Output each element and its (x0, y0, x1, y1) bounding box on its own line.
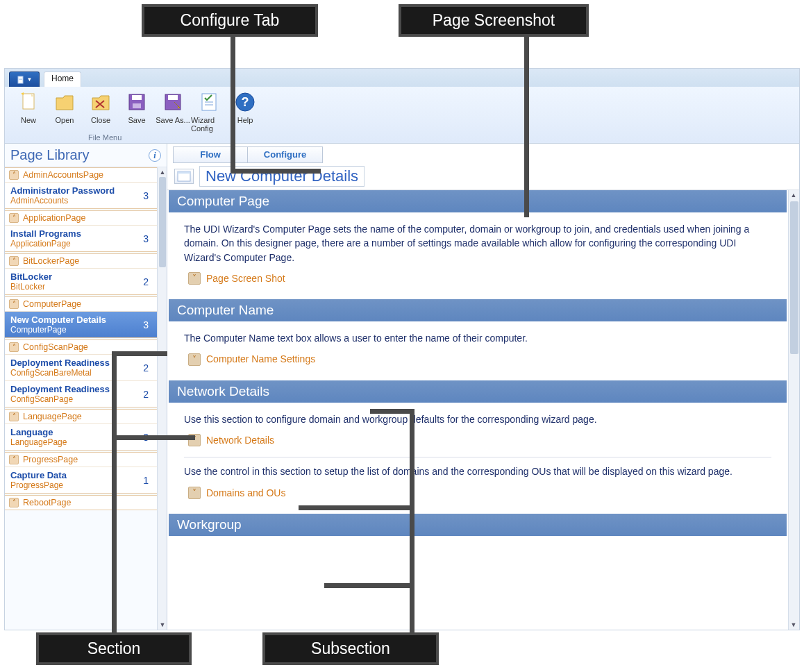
callout-configure-tab: Configure Tab (142, 4, 318, 37)
callout-line (370, 409, 412, 414)
section-body: The Computer Name text box allows a user… (169, 321, 787, 380)
pl-group-header[interactable]: ˄ProgressPage (5, 453, 157, 467)
ribbon-new-button[interactable]: New (10, 90, 47, 124)
ribbon-tab-home[interactable]: Home (44, 72, 81, 87)
ribbon-open-button[interactable]: Open (47, 90, 83, 124)
ribbon-saveas-button[interactable]: Save As... (155, 90, 191, 124)
pl-group: ˄ConfigScanPageDeployment ReadinessConfi… (5, 339, 157, 408)
page-library-title: Page Library (10, 147, 89, 163)
pl-item-title: BitLocker (10, 271, 52, 282)
pl-group-header[interactable]: ˄AdminAccountsPage (5, 168, 157, 182)
file-menu-button[interactable]: ▼ (9, 72, 40, 87)
svg-rect-19 (178, 171, 190, 174)
collapse-caret-icon[interactable]: ˄ (9, 498, 19, 507)
expand-caret-icon[interactable]: ˅ (188, 272, 201, 285)
pl-item[interactable]: Capture DataProgressPage1 (5, 467, 157, 493)
collapse-caret-icon[interactable]: ˄ (9, 455, 19, 464)
pl-item-count: 2 (143, 389, 151, 400)
subsection-toggle[interactable]: ˅Domains and OUs (188, 486, 771, 500)
wizard-config-icon (198, 91, 220, 113)
new-file-icon (17, 91, 40, 113)
ribbon-wizard-config-button[interactable]: Wizard Config (191, 90, 227, 133)
ribbon-titlebar: ▼ Home (5, 69, 799, 87)
callout-line (410, 409, 414, 633)
pl-item-subtitle: ConfigScanBareMetal (10, 368, 110, 378)
page-library-header: Page Library i (5, 144, 167, 167)
callout-page-screenshot: Page Screenshot (399, 4, 589, 37)
pl-group-header[interactable]: ˄ComputerPage (5, 297, 157, 311)
expand-caret-icon[interactable]: ˅ (188, 353, 201, 366)
section-header: Computer Page (169, 190, 787, 212)
subsection-toggle[interactable]: ˅Computer Name Settings (188, 352, 771, 366)
ribbon-label: Close (91, 116, 110, 124)
content-tabs: Flow Configure (167, 144, 799, 163)
collapse-caret-icon[interactable]: ˄ (9, 170, 19, 180)
collapse-caret-icon[interactable]: ˄ (9, 299, 19, 309)
section-header: Network Details (169, 380, 787, 403)
pl-group: ˄ProgressPageCapture DataProgressPage1 (5, 452, 157, 494)
scrollbar[interactable]: ▲ ▼ (788, 190, 799, 630)
document-icon (17, 76, 25, 84)
pl-group-name: LanguagePage (23, 412, 82, 421)
pl-group-header[interactable]: ˄RebootPage (5, 496, 157, 510)
collapse-caret-icon[interactable]: ˄ (9, 256, 19, 266)
help-icon: ? (234, 91, 256, 113)
pl-item-count: 3 (143, 190, 151, 201)
scroll-thumb[interactable] (790, 201, 798, 354)
scrollbar[interactable]: ▲ ▼ (157, 167, 167, 630)
collapse-caret-icon[interactable]: ˄ (9, 342, 19, 352)
subsection-toggle[interactable]: ˅Network Details (188, 433, 771, 447)
pl-group-header[interactable]: ˄LanguagePage (5, 410, 157, 423)
ribbon-body: New Open Close Save Save As... Wizard Co… (5, 87, 799, 144)
pl-group-name: ComputerPage (23, 299, 81, 309)
page-title-bar: New Computer Details (167, 163, 799, 190)
page-thumbnail-icon (174, 169, 194, 184)
content-scroll: Computer PageThe UDI Wizard's Computer P… (169, 190, 799, 630)
svg-marker-5 (21, 92, 24, 95)
pl-item[interactable]: Deployment ReadinessConfigScanBareMetal2 (5, 354, 157, 380)
section-description: Use the control in this section to setup… (184, 464, 771, 478)
pl-item-count: 1 (143, 475, 151, 486)
tab-configure[interactable]: Configure (248, 146, 323, 163)
ribbon-label: Save As... (156, 116, 190, 124)
callout-line (231, 169, 321, 174)
ribbon-close-button[interactable]: Close (83, 90, 119, 124)
callout-section: Section (36, 632, 192, 665)
pl-item-title: Deployment Readiness (10, 358, 110, 368)
tab-flow[interactable]: Flow (173, 146, 248, 163)
scroll-up-icon[interactable]: ▲ (789, 190, 798, 200)
section-body: The UDI Wizard's Computer Page sets the … (169, 212, 787, 299)
scroll-thumb[interactable] (159, 177, 166, 267)
subsection-toggle[interactable]: ˅Page Screen Shot (188, 271, 771, 285)
ribbon-group-label: File Menu (88, 133, 122, 142)
app-window: ▼ Home New Open Close Save Save As... Wi… (4, 68, 800, 630)
close-folder-icon (90, 91, 112, 113)
content-panel: Flow Configure New Computer Details Comp… (167, 144, 799, 630)
pl-group-header[interactable]: ˄BitLockerPage (5, 254, 157, 268)
callout-line (231, 35, 235, 174)
pl-item[interactable]: Deployment ReadinessConfigScanPage2 (5, 380, 157, 407)
page-library-scroll: ˄AdminAccountsPageAdministrator Password… (5, 167, 167, 630)
info-icon[interactable]: i (149, 149, 161, 162)
pl-item-count: 3 (143, 233, 151, 244)
ribbon-save-button[interactable]: Save (119, 90, 155, 124)
scroll-down-icon[interactable]: ▼ (158, 620, 167, 630)
pl-item-title: Administrator Password (10, 185, 115, 196)
save-as-icon (162, 91, 184, 113)
scroll-down-icon[interactable]: ▼ (789, 620, 798, 630)
subsection-label: Network Details (206, 433, 274, 447)
pl-item[interactable]: BitLockerBitLocker2 (5, 268, 157, 294)
pl-item[interactable]: New Computer DetailsComputerPage3 (5, 311, 157, 337)
section-header: Computer Name (169, 299, 787, 321)
pl-item[interactable]: Administrator PasswordAdminAccounts3 (5, 182, 157, 208)
expand-caret-icon[interactable]: ˅ (188, 487, 201, 499)
collapse-caret-icon[interactable]: ˄ (9, 213, 19, 223)
pl-item-subtitle: ComputerPage (10, 325, 106, 335)
svg-rect-2 (19, 79, 22, 80)
scroll-up-icon[interactable]: ▲ (158, 167, 167, 177)
pl-item[interactable]: Install ProgramsApplicationPage3 (5, 225, 157, 251)
pl-item-subtitle: LanguagePage (10, 437, 67, 447)
collapse-caret-icon[interactable]: ˄ (9, 412, 19, 421)
pl-group-header[interactable]: ˄ApplicationPage (5, 211, 157, 225)
pl-item-subtitle: ProgressPage (10, 480, 67, 490)
